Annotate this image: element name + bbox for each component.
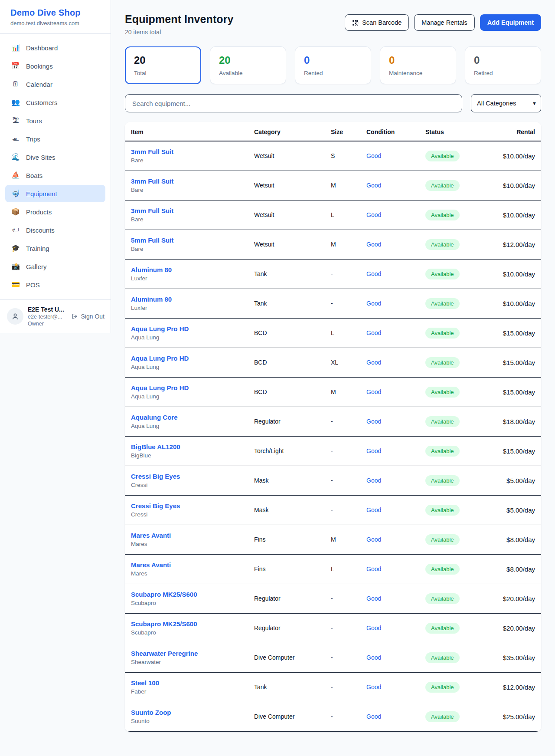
item-name-link[interactable]: Scubapro MK25/S600 xyxy=(131,620,242,628)
condition-link[interactable]: Good xyxy=(366,388,381,395)
item-name-link[interactable]: 3mm Full Suit xyxy=(131,207,242,214)
item-category: Fins xyxy=(248,554,325,584)
item-brand: Bare xyxy=(131,187,242,193)
sidebar-item-tours[interactable]: 🏝 Tours xyxy=(5,112,105,129)
nav-icon: 🗓 xyxy=(11,81,20,88)
table-row: Mares Avanti Mares Fins L Good Available… xyxy=(125,554,541,584)
condition-link[interactable]: Good xyxy=(366,447,381,454)
page-title: Equipment Inventory xyxy=(125,13,234,26)
item-name-link[interactable]: Aqualung Core xyxy=(131,414,242,421)
condition-link[interactable]: Good xyxy=(366,418,381,425)
add-equipment-label: Add Equipment xyxy=(487,19,534,26)
condition-link[interactable]: Good xyxy=(366,477,381,484)
condition-link[interactable]: Good xyxy=(366,536,381,543)
sidebar-item-label: Customers xyxy=(26,99,58,106)
item-name-link[interactable]: BigBlue AL1200 xyxy=(131,443,242,450)
sidebar-item-discounts[interactable]: 🏷 Discounts xyxy=(5,221,105,239)
sidebar-item-gallery[interactable]: 📸 Gallery xyxy=(5,258,105,275)
item-size: - xyxy=(325,259,360,289)
nav-icon: 📦 xyxy=(11,208,20,215)
condition-link[interactable]: Good xyxy=(366,684,381,690)
item-name-link[interactable]: Mares Avanti xyxy=(131,561,242,569)
stat-card[interactable]: 20 Total xyxy=(125,46,201,84)
item-brand: BigBlue xyxy=(131,452,242,459)
condition-link[interactable]: Good xyxy=(366,506,381,513)
sidebar-item-pos[interactable]: 💳 POS xyxy=(5,276,105,293)
condition-link[interactable]: Good xyxy=(366,270,381,277)
condition-link[interactable]: Good xyxy=(366,565,381,572)
condition-link[interactable]: Good xyxy=(366,152,381,159)
sign-out-icon xyxy=(72,313,78,320)
stat-value: 0 xyxy=(474,54,532,66)
column-header-category[interactable]: Category xyxy=(248,122,325,141)
item-category: Torch/Light xyxy=(248,436,325,466)
item-name-link[interactable]: Aqua Lung Pro HD xyxy=(131,355,242,362)
table-row: BigBlue AL1200 BigBlue Torch/Light - Goo… xyxy=(125,436,541,466)
condition-link[interactable]: Good xyxy=(366,329,381,336)
stat-card[interactable]: 20 Available xyxy=(210,46,286,84)
condition-link[interactable]: Good xyxy=(366,654,381,661)
item-name-link[interactable]: Cressi Big Eyes xyxy=(131,473,242,480)
item-brand: Faber xyxy=(131,688,242,695)
sidebar-item-label: Tours xyxy=(26,117,42,125)
item-name-link[interactable]: Aluminum 80 xyxy=(131,296,242,303)
stat-card[interactable]: 0 Maintenance xyxy=(380,46,456,84)
condition-link[interactable]: Good xyxy=(366,182,381,189)
item-name-link[interactable]: 3mm Full Suit xyxy=(131,177,242,185)
manage-rentals-button[interactable]: Manage Rentals xyxy=(414,14,475,31)
item-rental-rate: $25.00/day xyxy=(489,702,541,731)
sidebar-item-dive-sites[interactable]: 🌊 Dive Sites xyxy=(5,148,105,166)
condition-link[interactable]: Good xyxy=(366,595,381,602)
sidebar-item-bookings[interactable]: 📅 Bookings xyxy=(5,57,105,75)
item-name-link[interactable]: Mares Avanti xyxy=(131,532,242,539)
item-name-link[interactable]: 5mm Full Suit xyxy=(131,237,242,244)
table-row: Shearwater Peregrine Shearwater Dive Com… xyxy=(125,643,541,672)
item-size: - xyxy=(325,643,360,672)
item-rental-rate: $8.00/day xyxy=(489,554,541,584)
sidebar-item-calendar[interactable]: 🗓 Calendar xyxy=(5,76,105,93)
sign-out-button[interactable]: Sign Out xyxy=(72,313,104,320)
add-equipment-button[interactable]: Add Equipment xyxy=(480,14,541,31)
column-header-status[interactable]: Status xyxy=(419,122,489,141)
sidebar-item-trips[interactable]: 🛥 Trips xyxy=(5,130,105,148)
category-select[interactable]: All Categories xyxy=(471,94,541,112)
stat-card[interactable]: 0 Retired xyxy=(465,46,541,84)
item-category: Tank xyxy=(248,289,325,318)
sign-out-label: Sign Out xyxy=(81,313,104,320)
item-category: Tank xyxy=(248,672,325,702)
condition-link[interactable]: Good xyxy=(366,359,381,366)
sidebar-item-customers[interactable]: 👥 Customers xyxy=(5,94,105,111)
condition-link[interactable]: Good xyxy=(366,211,381,218)
item-name-link[interactable]: Aqua Lung Pro HD xyxy=(131,325,242,332)
condition-link[interactable]: Good xyxy=(366,300,381,307)
item-rental-rate: $10.00/day xyxy=(489,200,541,230)
item-name-link[interactable]: Steel 100 xyxy=(131,679,242,687)
item-name-link[interactable]: Suunto Zoop xyxy=(131,709,242,716)
sidebar-item-label: Gallery xyxy=(26,263,47,270)
item-name-link[interactable]: Shearwater Peregrine xyxy=(131,650,242,657)
column-header-rental[interactable]: Rental xyxy=(489,122,541,141)
user-meta: E2E Test U... e2e-tester@... Owner xyxy=(28,306,64,327)
item-name-link[interactable]: Scubapro MK25/S600 xyxy=(131,591,242,598)
scan-barcode-button[interactable]: Scan Barcode xyxy=(345,14,409,31)
sidebar-item-training[interactable]: 🎓 Training xyxy=(5,240,105,257)
column-header-condition[interactable]: Condition xyxy=(360,122,419,141)
item-name-link[interactable]: Cressi Big Eyes xyxy=(131,502,242,509)
barcode-scan-icon xyxy=(352,20,359,26)
sidebar-item-equipment[interactable]: 🤿 Equipment xyxy=(5,185,105,202)
column-header-size[interactable]: Size xyxy=(325,122,360,141)
condition-link[interactable]: Good xyxy=(366,625,381,631)
sidebar-item-boats[interactable]: ⛵ Boats xyxy=(5,167,105,184)
item-name-link[interactable]: Aluminum 80 xyxy=(131,266,242,273)
sidebar-item-dashboard[interactable]: 📊 Dashboard xyxy=(5,39,105,56)
column-header-item[interactable]: Item xyxy=(125,122,248,141)
condition-link[interactable]: Good xyxy=(366,241,381,248)
item-name-link[interactable]: Aqua Lung Pro HD xyxy=(131,384,242,391)
stat-card[interactable]: 0 Rented xyxy=(295,46,371,84)
sidebar-item-products[interactable]: 📦 Products xyxy=(5,203,105,220)
search-input[interactable] xyxy=(125,94,462,112)
item-name-link[interactable]: 3mm Full Suit xyxy=(131,148,242,155)
condition-link[interactable]: Good xyxy=(366,713,381,720)
nav-icon: ⛵ xyxy=(11,172,20,179)
status-badge: Available xyxy=(425,505,460,516)
